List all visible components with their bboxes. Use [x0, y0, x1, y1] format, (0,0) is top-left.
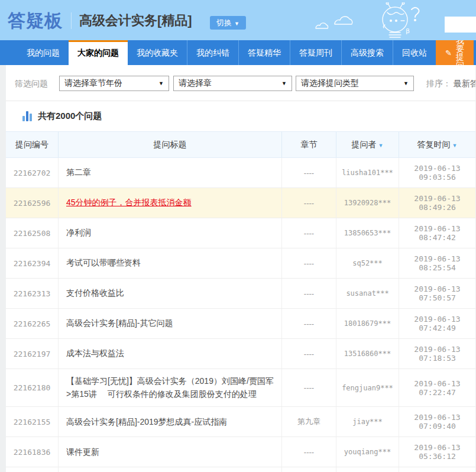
question-title-cell: 净利润: [58, 218, 281, 248]
reply-time-cell: 2019-06-13 07:09:40: [399, 407, 475, 437]
table-row[interactable]: 22162702第二章----liusha101***2019-06-13 09…: [6, 158, 475, 188]
question-title-link[interactable]: 45分钟的例子，合并报表抵消金额: [66, 196, 192, 209]
site-logo: 答疑板: [8, 9, 63, 33]
chapter-cell: ----: [281, 369, 336, 406]
tab-my-corrections[interactable]: 我的纠错: [187, 40, 238, 65]
switch-course-button[interactable]: 切换▼: [210, 16, 246, 30]
table-row[interactable]: 22162394考试可以带哪些资料----sq52***2019-06-13 0…: [6, 248, 475, 279]
asker-cell: 13516860***: [336, 339, 399, 368]
sort-label: 排序：: [426, 79, 451, 88]
chapter-year-select-value: 请选择章节年份: [64, 78, 122, 89]
tab-my-questions[interactable]: 我的问题: [18, 40, 69, 65]
filter-bar: 筛选问题 请选择章节年份▼请选择章▼请选择提问类型▼ 排序： 最新答复: [6, 65, 475, 101]
question-id-cell: 22162508: [6, 218, 58, 248]
question-title-link[interactable]: 净利润: [66, 227, 91, 240]
question-title-cell: 45分钟的例子，合并报表抵消金额: [58, 188, 281, 218]
asker-cell: sq52***: [336, 248, 399, 278]
table-row[interactable]: 22162155高级会计实务[精品]-2019梦想成真-应试指南第九章jiay*…: [6, 407, 475, 437]
tab-everyones-questions[interactable]: 大家的问题: [69, 40, 128, 65]
col-chapter: 章节: [281, 132, 336, 157]
table-row[interactable]: 22162265高级会计实务[精品]-其它问题----18018679***20…: [6, 309, 475, 339]
asker-cell: 13920928***: [336, 188, 399, 218]
question-title-link[interactable]: 第二章: [66, 166, 91, 179]
question-title-cell: 重分类: [58, 467, 281, 472]
asker-cell: youqiang***: [336, 437, 399, 467]
asker-cell: fengjuan9***: [336, 369, 399, 406]
table-body: 22162702第二章----liusha101***2019-06-13 09…: [6, 158, 475, 472]
question-type-select[interactable]: 请选择提问类型▼: [296, 76, 414, 91]
table-row[interactable]: 22162197成本法与权益法----13516860***2019-06-13…: [6, 339, 475, 369]
reply-time-cell: ----: [399, 467, 475, 472]
caret-down-icon: ▼: [234, 21, 239, 27]
col-question-id-label: 提问编号: [15, 140, 48, 149]
table-row[interactable]: 22161595重分类第九章15927013***----: [6, 467, 475, 472]
tab-advanced-search[interactable]: 高级搜索: [341, 40, 393, 65]
tab-qa-weekly[interactable]: 答疑周刊: [290, 40, 341, 65]
chapter-cell: ----: [281, 218, 336, 248]
sort-area: 排序： 最新答复: [426, 79, 475, 89]
asker-cell: 15927013***: [336, 467, 399, 472]
reply-time-cell: 2019-06-13 08:49:26: [399, 188, 475, 218]
table-header-row: 提问编号提问标题章节提问者▼答复时间▼: [6, 131, 475, 158]
question-id-cell: 22162197: [6, 339, 58, 368]
col-asker[interactable]: 提问者▼: [336, 132, 399, 157]
chapter-cell: ----: [281, 188, 336, 218]
switch-course-label: 切换: [216, 18, 232, 27]
question-id-cell: 22162394: [6, 248, 58, 278]
caret-down-icon: ▼: [158, 80, 166, 86]
chapter-cell: ----: [281, 279, 336, 308]
question-id-cell: 22162313: [6, 279, 58, 308]
asker-cell: 18018679***: [336, 309, 399, 338]
header-divider: [71, 12, 72, 29]
page-header: 答疑板 高级会计实务[精品] 切换▼ β: [0, 0, 476, 40]
question-title-cell: 成本法与权益法: [58, 339, 281, 368]
table-row[interactable]: 22161836课件更新----youqiang***2019-06-13 05…: [6, 437, 475, 467]
question-title-link[interactable]: 课件更新: [66, 446, 99, 459]
tab-recycle-bin[interactable]: 回收站: [393, 40, 436, 65]
table-row[interactable]: 2216259645分钟的例子，合并报表抵消金额----13920928***2…: [6, 188, 475, 218]
table-row[interactable]: 22162180【基础学习[无忧]】高级会计实务（2019）刘国峰/贾国军 >第…: [6, 369, 475, 407]
search-input[interactable]: [445, 17, 476, 33]
question-title-link[interactable]: 高级会计实务[精品]-其它问题: [66, 317, 173, 330]
stats-bar: 共有2000个问题: [6, 101, 475, 131]
chapter-cell: ----: [281, 309, 336, 338]
ask-question-label: 我要提问: [456, 36, 464, 69]
tab-qa-highlights[interactable]: 答疑精华: [238, 40, 290, 65]
table-row[interactable]: 22162313支付价格收益比----susanat***2019-06-13 …: [6, 279, 475, 309]
question-count: 共有2000个问题: [38, 111, 102, 122]
question-id-cell: 22162155: [6, 407, 58, 437]
question-title-link[interactable]: 支付价格收益比: [66, 287, 124, 300]
question-title-link[interactable]: 考试可以带哪些资料: [66, 257, 141, 270]
chapter-cell: 第九章: [281, 467, 336, 472]
chapter-select[interactable]: 请选择章▼: [173, 76, 292, 91]
chapter-year-select[interactable]: 请选择章节年份▼: [59, 76, 169, 91]
question-id-cell: 22162180: [6, 369, 58, 406]
question-id-cell: 22162702: [6, 158, 58, 187]
question-id-cell: 22161595: [6, 467, 58, 472]
question-id-cell: 22161836: [6, 437, 58, 467]
tab-my-favorites[interactable]: 我的收藏夹: [128, 40, 187, 65]
question-title-cell: 支付价格收益比: [58, 279, 281, 308]
col-reply-time[interactable]: 答复时间▼: [399, 132, 475, 157]
chapter-cell: ----: [281, 158, 336, 187]
asker-cell: liusha101***: [336, 158, 399, 187]
reply-time-cell: 2019-06-13 08:47:42: [399, 218, 475, 248]
sort-caret-down-icon[interactable]: ▼: [452, 143, 458, 148]
table-row[interactable]: 22162508净利润----13850653***2019-06-13 08:…: [6, 218, 475, 248]
chapter-cell: 第九章: [281, 407, 336, 437]
question-title-cell: 高级会计实务[精品]-2019梦想成真-应试指南: [58, 407, 281, 437]
reply-time-cell: 2019-06-13 07:42:49: [399, 309, 475, 338]
content-area: 筛选问题 请选择章节年份▼请选择章▼请选择提问类型▼ 排序： 最新答复 共有20…: [6, 65, 475, 472]
question-title-link[interactable]: 成本法与权益法: [66, 347, 124, 360]
chapter-cell: ----: [281, 339, 336, 368]
col-reply-time-label: 答复时间: [417, 140, 451, 149]
questions-table: 提问编号提问标题章节提问者▼答复时间▼ 22162702第二章----liush…: [6, 131, 475, 472]
question-title-link[interactable]: 高级会计实务[精品]-2019梦想成真-应试指南: [66, 416, 227, 429]
sort-value-dropdown[interactable]: 最新答复: [454, 79, 475, 88]
sort-caret-down-icon[interactable]: ▼: [378, 143, 384, 148]
col-asker-label: 提问者: [352, 140, 377, 149]
asker-cell: jiay***: [336, 407, 399, 437]
col-question-title: 提问标题: [58, 132, 281, 157]
col-question-id: 提问编号: [6, 132, 58, 157]
question-title-link[interactable]: 【基础学习[无忧]】高级会计实务（2019）刘国峰/贾国军 >第15讲 可行权条…: [66, 375, 276, 400]
